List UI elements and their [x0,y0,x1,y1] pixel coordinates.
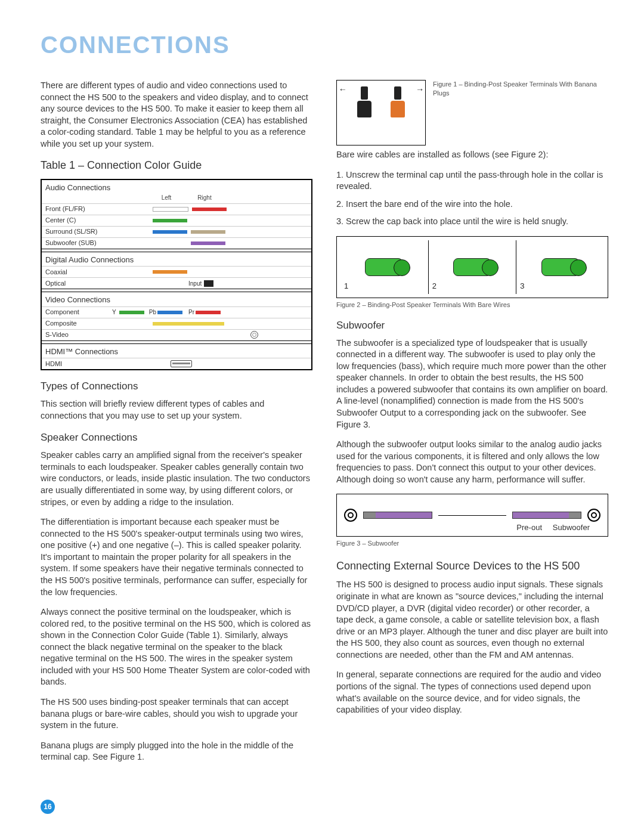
table1-sec1: Digital Audio Connections [42,252,311,267]
table-row: Center (C) [42,215,311,226]
figure3-caption: Figure 3 – Subwoofer [336,539,608,548]
rca-jack-icon [344,509,357,522]
table-row: Subwoofer (SUB) [42,237,311,249]
p-sub1: The subwoofer is a specialized type of l… [336,337,608,431]
binding-post-red [391,101,405,117]
page-title: CONNECTIONS [41,29,608,61]
bare-step-3: 3. Screw the cap back into place until t… [336,216,608,228]
table-row: Coaxial [42,266,311,277]
left-column: There are different types of audio and v… [41,80,312,772]
hdmi-plug-icon [171,360,192,367]
table1-lr-labels: Left Right [149,194,311,203]
p-sub2: Although the subwoofer output looks simi… [336,439,608,485]
svideo-icon [250,331,258,339]
heading-speaker: Speaker Connections [41,431,312,445]
optical-input-icon [204,280,213,287]
heading-types: Types of Connections [41,380,312,394]
table-row: Optical Input [42,277,311,289]
figure-2: 1 2 3 [336,236,608,298]
bare-step-1: 1. Unscrew the terminal cap until the pa… [336,169,608,193]
p-ext2: In general, separate connections are req… [336,669,608,716]
figure-3: Pre-out Subwoofer [336,494,608,537]
swatch-front-left [153,207,188,212]
table-row: Component Y Pb Pr [42,306,311,318]
swatch-pb [157,311,182,314]
table-row: HDMI [42,358,311,369]
p-sp2: The differentiation is important because… [41,516,312,598]
table1-sec3: HDMI™ Connections [42,344,311,358]
figure2-caption: Figure 2 – Binding-Post Speaker Terminal… [336,301,608,309]
heading-external: Connecting External Source Devices to th… [336,559,608,573]
table1-title: Table 1 – Connection Color Guide [41,158,312,172]
swatch-pr [196,311,221,314]
swatch-front-right [192,208,227,211]
p-bare-intro: Bare wire cables are installed as follow… [336,149,608,161]
table1-sec2: Video Connections [42,292,311,306]
p-sp1: Speaker cables carry an amplified signal… [41,450,312,508]
arrow-down-icon: ↓ [338,88,349,92]
p-types: This section will briefly review differe… [41,398,312,422]
p-sp5: Banana plugs are simply plugged into the… [41,740,312,763]
figure1-caption: Figure 1 – Binding-Post Speaker Terminal… [433,80,608,143]
swatch-y [119,311,144,314]
arrow-down-icon: ↓ [414,88,425,92]
binding-post-black [357,101,371,117]
right-column: ↓ ↓ Figure 1 – Binding-Post Speaker Term… [336,80,608,772]
swatch-surround-left [153,230,187,234]
page-number-badge: 16 [41,800,55,814]
swatch-surround-right [191,230,225,234]
table1-sec0: Audio Connections [42,180,311,194]
rca-jack-icon [587,509,600,522]
swatch-coaxial [153,270,187,274]
swatch-composite [153,322,224,326]
table-row: Composite [42,318,311,329]
swatch-center [153,219,187,222]
rca-cable-icon [363,512,432,519]
rca-cable-icon [512,512,581,519]
table-row: Front (FL/FR) [42,203,311,215]
figure-1: ↓ ↓ [336,80,426,145]
p-sp4: The HS 500 uses binding-post speaker ter… [41,696,312,732]
plug-tip-icon [394,86,401,100]
table-row: Surround (SL/SR) [42,226,311,237]
bare-step-2: 2. Insert the bare end of the wire into … [336,199,608,210]
swatch-sub [191,241,225,245]
intro-paragraph: There are different types of audio and v… [41,80,312,150]
heading-sub: Subwoofer [336,319,608,333]
p-sp3: Always connect the positive terminal on … [41,606,312,688]
p-ext1: The HS 500 is designed to process audio … [336,579,608,661]
table-row: S-Video [42,329,311,340]
table1: Audio Connections Left Right Front (FL/F… [41,179,312,371]
plug-tip-icon [361,86,368,100]
